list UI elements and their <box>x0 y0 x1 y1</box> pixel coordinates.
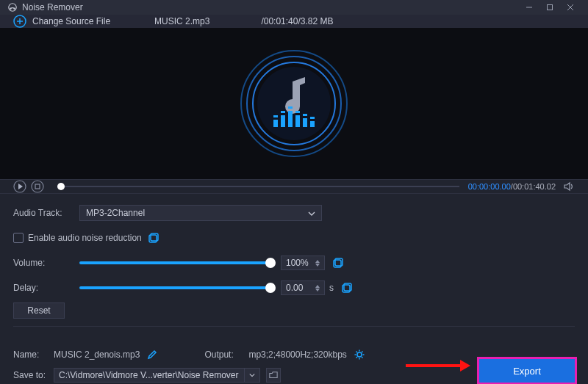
timeline-slider[interactable] <box>57 186 459 187</box>
svg-line-45 <box>356 357 357 358</box>
reset-button[interactable]: Reset <box>13 303 65 319</box>
svg-rect-21 <box>281 111 285 113</box>
svg-rect-18 <box>303 118 307 127</box>
open-folder-button[interactable] <box>266 368 281 383</box>
title-bar: Noise Remover <box>0 0 588 15</box>
svg-rect-25 <box>310 117 315 119</box>
volume-value: 100% <box>286 258 309 268</box>
output-value: mp3;2;48000Hz;320kbps <box>248 349 346 360</box>
svg-rect-16 <box>288 111 293 127</box>
timeline-handle[interactable] <box>57 183 65 190</box>
svg-point-37 <box>357 352 362 357</box>
delay-value: 0.00 <box>286 283 303 293</box>
chevron-down-icon <box>308 209 315 217</box>
delay-spinner[interactable] <box>315 285 320 291</box>
svg-point-28 <box>32 181 43 192</box>
svg-rect-24 <box>303 114 307 116</box>
delay-input[interactable]: 0.00 <box>281 280 325 295</box>
volume-spinner[interactable] <box>315 260 320 267</box>
export-button[interactable]: Export <box>479 359 575 383</box>
controls-panel: Audio Track: MP3-2Channel Enable audio n… <box>0 194 588 343</box>
svg-rect-20 <box>273 115 278 117</box>
volume-icon[interactable] <box>563 181 575 192</box>
name-value: MUSIC 2_denois.mp3 <box>54 349 140 360</box>
svg-marker-27 <box>18 184 23 189</box>
add-source-icon[interactable] <box>13 15 26 28</box>
svg-rect-23 <box>295 111 300 113</box>
name-label: Name: <box>13 349 54 360</box>
svg-rect-17 <box>295 115 300 127</box>
edit-name-icon[interactable] <box>147 349 157 360</box>
app-title: Noise Remover <box>22 2 83 12</box>
svg-rect-22 <box>288 106 293 109</box>
save-to-label: Save to: <box>13 370 54 380</box>
maximize-button[interactable] <box>539 0 560 15</box>
delay-slider-handle[interactable] <box>265 283 276 293</box>
stop-button[interactable] <box>31 180 44 193</box>
audio-track-select[interactable]: MP3-2Channel <box>79 205 322 221</box>
enhance-icon[interactable] <box>148 232 159 244</box>
close-button[interactable] <box>560 0 581 15</box>
svg-line-43 <box>362 357 363 358</box>
separator <box>13 326 575 327</box>
footer-panel: Name: MUSIC 2_denois.mp3 Output: mp3;2;4… <box>0 343 588 384</box>
delay-sync-icon[interactable] <box>341 282 353 294</box>
annotation-arrow <box>404 358 470 375</box>
svg-line-44 <box>362 352 363 353</box>
source-bar: Change Source File MUSIC 2.mp3 /00:01:40… <box>0 15 588 28</box>
volume-slider[interactable] <box>79 261 270 264</box>
source-meta: /00:01:40/3.82 MB <box>261 16 333 26</box>
svg-line-42 <box>356 352 357 353</box>
play-button[interactable] <box>13 180 26 193</box>
save-path-input[interactable]: C:\Vidmore\Vidmore V...verter\Noise Remo… <box>54 368 245 383</box>
delay-unit: s <box>329 283 334 293</box>
svg-point-2 <box>13 8 15 10</box>
preview-area <box>0 28 588 179</box>
svg-rect-14 <box>273 120 278 127</box>
app-icon <box>7 2 18 12</box>
svg-marker-30 <box>564 183 570 190</box>
playback-duration: /00:01:40.02 <box>511 182 556 191</box>
svg-rect-29 <box>35 184 40 189</box>
save-path-value: C:\Vidmore\Vidmore V...verter\Noise Remo… <box>59 370 239 380</box>
svg-point-1 <box>10 8 11 10</box>
svg-rect-15 <box>281 115 285 127</box>
delay-label: Delay: <box>13 283 79 293</box>
noise-reduction-label: Enable audio noise reduction <box>28 233 142 243</box>
playback-bar: 00:00:00.00 /00:01:40.02 <box>0 179 588 194</box>
change-source-button[interactable]: Change Source File <box>32 16 110 26</box>
audio-track-label: Audio Track: <box>13 208 79 218</box>
save-path-dropdown[interactable] <box>244 368 260 383</box>
output-settings-icon[interactable] <box>354 349 365 360</box>
minimize-button[interactable] <box>519 0 539 15</box>
source-filename: MUSIC 2.mp3 <box>154 16 209 26</box>
volume-label: Volume: <box>13 258 79 268</box>
delay-slider[interactable] <box>79 286 270 289</box>
svg-rect-19 <box>310 121 315 127</box>
volume-input[interactable]: 100% <box>281 256 325 270</box>
volume-sync-icon[interactable] <box>332 257 344 269</box>
svg-rect-4 <box>548 5 553 10</box>
audio-track-value: MP3-2Channel <box>86 208 145 218</box>
audio-visualizer-icon <box>235 45 353 162</box>
output-label: Output: <box>204 349 248 360</box>
svg-marker-47 <box>460 360 470 372</box>
playback-current-time: 00:00:00.00 <box>468 182 511 191</box>
volume-slider-handle[interactable] <box>265 258 276 268</box>
noise-reduction-checkbox[interactable] <box>13 233 24 243</box>
